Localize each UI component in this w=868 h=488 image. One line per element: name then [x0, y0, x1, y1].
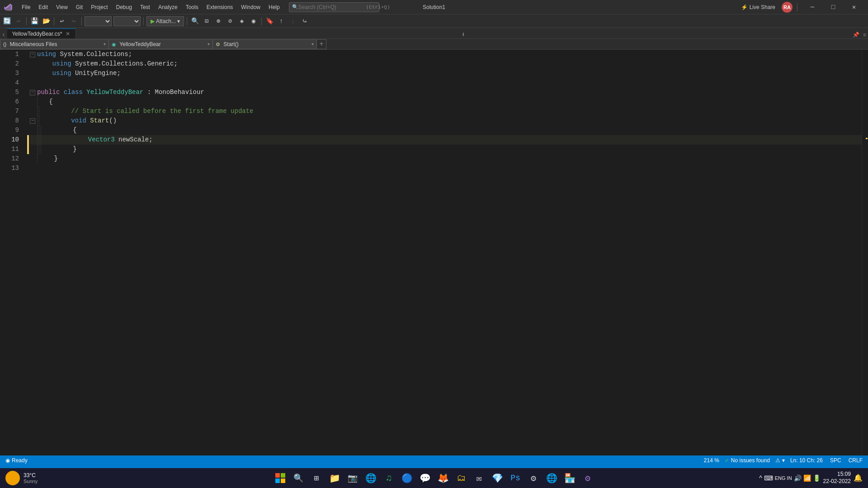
photoshop-button[interactable]: Ps	[507, 470, 524, 486]
live-share-icon: ⚡	[741, 4, 748, 10]
toolbar-btn-d[interactable]: ⊘	[225, 16, 235, 26]
toolbar-undo[interactable]: ↩	[57, 16, 67, 26]
platform-dropdown[interactable]	[113, 16, 141, 26]
menu-project[interactable]: Project	[87, 2, 111, 12]
store-button[interactable]: 🏪	[561, 470, 578, 486]
toolbar-open[interactable]: 📂	[41, 16, 51, 26]
sep1	[26, 17, 27, 25]
status-line-col[interactable]: Ln: 10 Ch: 26	[788, 457, 825, 464]
warnings-dropdown[interactable]: ▾	[782, 457, 785, 464]
overview-ruler[interactable]	[862, 50, 868, 455]
tab-close-button[interactable]: ✕	[65, 31, 71, 37]
attach-button[interactable]: ▶ Attach... ▾	[146, 16, 184, 26]
tab-expand[interactable]: ⬇	[460, 31, 467, 38]
status-encoding[interactable]: SPC	[828, 457, 843, 464]
tray-chevron[interactable]: ^	[759, 474, 762, 482]
system-clock[interactable]: 15:09 22-02-2022	[823, 471, 851, 485]
toolbar-btn-a[interactable]: 🔍	[190, 16, 200, 26]
edge-button[interactable]: 🌐	[363, 470, 379, 486]
menu-analyze[interactable]: Analyze	[155, 2, 181, 12]
firefox-button[interactable]: 🦊	[435, 470, 451, 486]
nav-method-dropdown[interactable]: ⚙ Start() ▾	[212, 39, 316, 49]
nav-class-dropdown[interactable]: ◉ YellowTeddyBear ▾	[108, 39, 212, 49]
menu-test[interactable]: Test	[137, 2, 154, 12]
status-line-ending[interactable]: CRLF	[847, 457, 864, 464]
start-button[interactable]	[272, 470, 288, 486]
fold-btn-8[interactable]: −	[30, 118, 35, 124]
tab-scroll-left[interactable]: ‹	[0, 31, 7, 38]
folder-button[interactable]: 🗂	[453, 470, 469, 486]
battery-icon[interactable]: 🔋	[813, 474, 821, 482]
line-num-1: 1	[0, 50, 23, 59]
indent-guide-9b	[39, 126, 39, 135]
code-text-11: }	[42, 145, 77, 154]
vs-taskbar-button[interactable]: ⚙	[580, 470, 596, 486]
live-share-button[interactable]: ⚡ Live Share	[738, 3, 778, 11]
code-line-8: − void Start()	[30, 116, 862, 126]
ruby-button[interactable]: 💎	[489, 470, 505, 486]
status-errors[interactable]: ✓ No issues found	[723, 455, 772, 465]
close-button[interactable]: ✕	[844, 0, 864, 14]
status-warnings[interactable]: ⚠ ▾	[774, 455, 787, 465]
chrome-button[interactable]: 🔵	[399, 470, 415, 486]
menu-extensions[interactable]: Extensions	[203, 2, 237, 12]
line-num-11: 11	[0, 145, 23, 154]
spotify-button[interactable]: ♫	[381, 470, 397, 486]
search-input[interactable]	[298, 4, 366, 10]
toolbar-btn-e[interactable]: ◈	[237, 16, 247, 26]
toolbar-btn-h[interactable]: ↑	[276, 16, 286, 26]
vs-logo	[4, 3, 13, 12]
search-box[interactable]: 🔍 (Ctrl+Q)	[289, 2, 379, 12]
network-icon[interactable]: 📶	[803, 474, 811, 482]
toolbar-btn-f[interactable]: ◉	[249, 16, 259, 26]
settings-button[interactable]: ⚙	[525, 470, 542, 486]
menu-file[interactable]: File	[18, 2, 34, 12]
title-center: Solution1	[423, 4, 445, 10]
toolbar-btn-j[interactable]: ⤿	[300, 16, 310, 26]
line-num-9: 9	[0, 126, 23, 135]
nav-namespace-dropdown[interactable]: {} Miscellaneous Files ▾	[0, 39, 108, 49]
menu-edit[interactable]: Edit	[35, 2, 52, 12]
taskview-button[interactable]: ⊞	[308, 470, 325, 486]
menu-git[interactable]: Git	[72, 2, 86, 12]
toolbar-save[interactable]: 💾	[29, 16, 39, 26]
menu-help[interactable]: Help	[265, 2, 283, 12]
status-zoom[interactable]: 214 %	[702, 455, 721, 465]
user-avatar[interactable]: RA	[782, 2, 793, 13]
toolbar-undo-arrow: ↩	[14, 16, 24, 26]
browser2-button[interactable]: 🌐	[543, 470, 560, 486]
status-ready[interactable]: ◉ Ready	[4, 455, 29, 465]
maximize-button[interactable]: □	[823, 0, 844, 14]
nav-add-button[interactable]: +	[316, 39, 326, 49]
line-num-4: 4	[0, 78, 23, 88]
sep3	[81, 17, 82, 25]
menu-window[interactable]: Window	[237, 2, 264, 12]
toolbar-new[interactable]: 🔄	[2, 16, 12, 26]
minimize-button[interactable]: ─	[802, 0, 823, 14]
config-dropdown[interactable]	[85, 16, 112, 26]
camera-button[interactable]: 📷	[344, 470, 361, 486]
title-bar-right: ⚡ Live Share RA ─ □ ✕	[738, 0, 864, 14]
code-area[interactable]: − using System.Collections; using System…	[23, 50, 862, 455]
menu-tools[interactable]: Tools	[182, 2, 202, 12]
menu-view[interactable]: View	[52, 2, 71, 12]
volume-icon[interactable]: 🔊	[794, 474, 802, 482]
notification-icon[interactable]: 🔔	[854, 474, 863, 483]
tab-expand-icon: ⬇	[462, 31, 465, 38]
menu-debug[interactable]: Debug	[113, 2, 136, 12]
fold-btn-5[interactable]: −	[30, 90, 35, 95]
editor-tab-yellowteddybear[interactable]: YellowTeddyBear.cs* ✕	[7, 28, 76, 38]
files-button[interactable]: 📁	[326, 470, 343, 486]
discord-button[interactable]: 💬	[417, 470, 433, 486]
tab-pin-button[interactable]: 📌	[851, 32, 861, 38]
toolbar-btn-g[interactable]: 🔖	[264, 16, 274, 26]
toolbar-btn-b[interactable]: ⊡	[202, 16, 212, 26]
code-line-11: }	[30, 145, 862, 154]
tab-more-button[interactable]: ≡	[861, 32, 868, 38]
mail-button[interactable]: ✉	[471, 470, 487, 486]
toolbar-btn-c[interactable]: ⊕	[213, 16, 223, 26]
fold-btn-1[interactable]: −	[30, 52, 35, 57]
taskbar-right: ^ ⌨ ENG IN 🔊 📶 🔋 15:09 22-02-2022 🔔	[759, 471, 863, 485]
search-taskbar-button[interactable]: 🔍	[290, 470, 307, 486]
sys-tray[interactable]: ^ ⌨ ENG IN 🔊 📶 🔋	[759, 474, 820, 482]
